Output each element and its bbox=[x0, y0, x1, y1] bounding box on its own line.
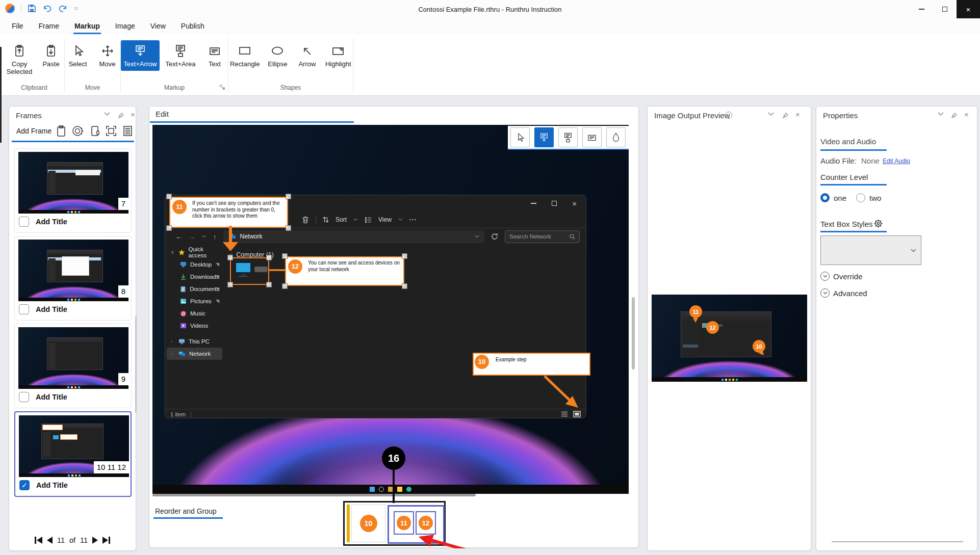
previous-frame-button[interactable] bbox=[47, 537, 53, 544]
canvas-blur-button[interactable] bbox=[606, 127, 626, 147]
override-expander-icon[interactable] bbox=[820, 272, 830, 281]
select-button[interactable]: Select bbox=[65, 40, 91, 71]
add-frame-device-icon[interactable] bbox=[90, 125, 100, 137]
frame-card-7[interactable]: 7 Add Title bbox=[14, 148, 132, 233]
frame-thumbnail[interactable]: 10 11 12 bbox=[19, 415, 129, 477]
add-title-checkbox[interactable] bbox=[19, 304, 29, 314]
ellipse-button[interactable]: Ellipse bbox=[264, 40, 291, 71]
counter-level-one-radio[interactable] bbox=[820, 193, 830, 202]
callout-10[interactable]: 10 Example step bbox=[473, 353, 590, 376]
canvas-select-button[interactable] bbox=[510, 127, 530, 147]
frame-card-10-11-12[interactable]: 10 11 12 ✓Add Title bbox=[14, 411, 132, 497]
gear-icon[interactable] bbox=[873, 219, 883, 228]
chevron-down-icon[interactable] bbox=[104, 112, 110, 116]
callout-11[interactable]: 11 If you can't see any computers and th… bbox=[169, 197, 288, 228]
group-marker-16[interactable]: 16 bbox=[382, 446, 405, 470]
undo-icon[interactable] bbox=[42, 5, 52, 13]
minimize-button[interactable] bbox=[910, 0, 933, 18]
frame-card-8[interactable]: 8 Add Title bbox=[14, 236, 132, 321]
reorder-cell-12[interactable]: 12 bbox=[416, 511, 436, 535]
menu-image[interactable]: Image bbox=[114, 20, 136, 34]
selection-handle[interactable] bbox=[227, 255, 233, 260]
selection-handle[interactable] bbox=[266, 282, 272, 287]
frames-scrollbar[interactable] bbox=[135, 316, 137, 413]
selection-handle[interactable] bbox=[286, 194, 291, 199]
markup-dialog-launcher-icon[interactable] bbox=[219, 84, 225, 90]
highlight-button[interactable]: Highlight bbox=[323, 40, 353, 71]
maximize-button[interactable] bbox=[933, 0, 957, 18]
move-button[interactable]: Move bbox=[94, 40, 121, 71]
pin-icon[interactable] bbox=[118, 112, 124, 119]
add-title-checkbox[interactable] bbox=[19, 392, 29, 402]
close-button[interactable]: × bbox=[957, 0, 980, 18]
last-frame-button[interactable] bbox=[102, 537, 110, 544]
reorder-blue-group[interactable]: 11 12 bbox=[388, 505, 445, 544]
text-button[interactable]: Text bbox=[201, 40, 228, 71]
add-frame-record-icon[interactable] bbox=[72, 125, 85, 137]
selection-handle[interactable] bbox=[286, 225, 291, 231]
menu-frame[interactable]: Frame bbox=[38, 20, 60, 34]
info-icon[interactable]: i bbox=[725, 112, 732, 119]
edit-audio-link[interactable]: Edit Audio bbox=[883, 157, 910, 165]
menu-view[interactable]: View bbox=[149, 20, 167, 34]
first-frame-button[interactable] bbox=[35, 537, 42, 544]
selection-handle[interactable] bbox=[266, 255, 272, 260]
selection-handle[interactable] bbox=[282, 283, 288, 289]
redo-icon[interactable] bbox=[58, 5, 68, 13]
edit-vertical-scrollbar[interactable] bbox=[632, 297, 635, 369]
close-icon[interactable]: × bbox=[795, 110, 800, 119]
canvas-text-arrow-button[interactable] bbox=[534, 127, 554, 147]
next-frame-button[interactable] bbox=[92, 537, 98, 544]
marker-10[interactable]: 10 bbox=[360, 515, 377, 532]
text-arrow-button[interactable]: Text+Arrow bbox=[121, 40, 160, 71]
selection-handle[interactable] bbox=[166, 194, 172, 199]
add-frame-list-icon[interactable] bbox=[122, 125, 133, 137]
selection-handle[interactable] bbox=[227, 282, 233, 287]
add-title-checkbox[interactable] bbox=[19, 217, 29, 227]
paste-button[interactable]: Paste bbox=[38, 40, 64, 78]
selection-handle[interactable] bbox=[402, 253, 407, 259]
edit-tab[interactable]: Edit bbox=[156, 110, 169, 118]
text-area-button[interactable]: Text+Area bbox=[163, 40, 198, 71]
reorder-cell-10[interactable]: 10 bbox=[351, 505, 385, 542]
menu-file[interactable]: File bbox=[11, 20, 24, 34]
properties-resize-grip[interactable] bbox=[832, 541, 963, 542]
close-icon[interactable]: × bbox=[964, 110, 969, 119]
marker-12[interactable]: 12 bbox=[419, 516, 433, 530]
reorder-cell-11[interactable]: 11 bbox=[394, 511, 414, 535]
marker-11[interactable]: 11 bbox=[397, 516, 411, 530]
app-logo-icon[interactable] bbox=[5, 4, 15, 13]
qat-more-icon[interactable] bbox=[74, 7, 79, 10]
add-frame-paste-icon[interactable] bbox=[56, 125, 67, 137]
frame-thumbnail[interactable]: 7 bbox=[18, 152, 128, 214]
advanced-expander-label[interactable]: Advanced bbox=[833, 289, 867, 298]
arrow-button[interactable]: Arrow bbox=[294, 40, 320, 71]
add-title-checkbox-checked[interactable]: ✓ bbox=[19, 480, 30, 490]
menu-markup[interactable]: Markup bbox=[73, 20, 101, 34]
edge-docked-tab[interactable] bbox=[0, 47, 2, 143]
selection-handle[interactable] bbox=[166, 225, 172, 231]
add-frame-capture-icon[interactable] bbox=[105, 125, 117, 137]
frame-card-9[interactable]: 9 Add Title bbox=[14, 324, 132, 408]
canvas-text-button[interactable] bbox=[582, 127, 602, 147]
chevron-down-icon[interactable] bbox=[938, 112, 944, 116]
advanced-expander-icon[interactable] bbox=[820, 288, 830, 298]
text-box-style-dropdown[interactable] bbox=[820, 235, 921, 265]
callout-12[interactable]: 12 You can now see and access devices on… bbox=[285, 256, 404, 286]
close-icon[interactable]: × bbox=[131, 110, 135, 119]
reorder-and-group-tab[interactable]: Reorder and Group bbox=[155, 507, 217, 515]
frame-thumbnail[interactable]: 8 bbox=[18, 240, 128, 301]
chevron-down-icon[interactable] bbox=[768, 112, 774, 116]
edit-canvas[interactable]: × Sort View ··· ← → ↑ bbox=[152, 125, 629, 494]
selection-handle[interactable] bbox=[282, 253, 288, 259]
edit-horizontal-scrollbar[interactable] bbox=[152, 494, 476, 496]
canvas-text-area-button[interactable] bbox=[558, 127, 578, 147]
frame-thumbnail[interactable]: 9 bbox=[18, 327, 128, 389]
override-expander-label[interactable]: Override bbox=[833, 272, 863, 281]
menu-publish[interactable]: Publish bbox=[180, 20, 205, 34]
computer-item-selection[interactable] bbox=[230, 257, 269, 285]
save-icon[interactable] bbox=[28, 4, 36, 13]
rectangle-button[interactable]: Rectangle bbox=[228, 40, 261, 71]
pin-icon[interactable] bbox=[782, 112, 789, 119]
selection-handle[interactable] bbox=[402, 283, 407, 289]
